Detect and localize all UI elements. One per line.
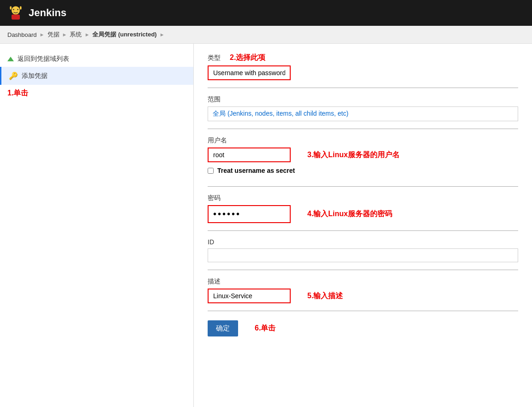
- app-title: Jenkins: [29, 7, 66, 19]
- app-header: Jenkins: [0, 0, 532, 26]
- jenkins-logo-icon: [7, 5, 24, 21]
- annotation-4: 4.输入Linux服务器的密码: [307, 209, 392, 219]
- description-section: 描述 5.输入描述: [208, 277, 518, 311]
- breadcrumb-credentials[interactable]: 凭据: [48, 30, 60, 39]
- type-header: 类型 2.选择此项: [208, 53, 518, 63]
- password-row: 4.输入Linux服务器的密码: [208, 205, 518, 223]
- svg-point-1: [13, 9, 14, 10]
- back-arrow-icon: [7, 57, 14, 61]
- add-credential-label: 添加凭据: [22, 72, 48, 80]
- svg-point-2: [17, 9, 18, 10]
- breadcrumb-sep-3: ►: [84, 32, 90, 37]
- svg-rect-4: [10, 6, 12, 10]
- id-section: ID: [208, 238, 518, 270]
- username-input[interactable]: [208, 147, 291, 162]
- description-label: 描述: [208, 277, 518, 286]
- treat-username-label: Treat username as secret: [217, 167, 295, 174]
- username-row: 3.输入Linux服务器的用户名: [208, 147, 518, 162]
- username-section: 用户名 3.输入Linux服务器的用户名 Treat username as s…: [208, 136, 518, 187]
- breadcrumb-sep-2: ►: [62, 32, 67, 37]
- scope-section: 范围 全局 (Jenkins, nodes, items, all child …: [208, 95, 518, 129]
- svg-point-0: [12, 6, 20, 15]
- annotation-3: 3.输入Linux服务器的用户名: [307, 150, 400, 160]
- breadcrumb-sep-1: ►: [40, 32, 45, 37]
- scope-label: 范围: [208, 95, 518, 104]
- treat-username-checkbox[interactable]: [208, 168, 214, 174]
- scope-value[interactable]: 全局 (Jenkins, nodes, items, all child ite…: [208, 106, 518, 121]
- description-row: 5.输入描述: [208, 289, 518, 303]
- breadcrumb-dashboard[interactable]: Dashboard: [7, 31, 37, 38]
- breadcrumb: Dashboard ► 凭据 ► 系统 ► 全局凭据 (unrestricted…: [0, 26, 532, 44]
- breadcrumb-global[interactable]: 全局凭据 (unrestricted): [92, 30, 156, 39]
- type-input[interactable]: [208, 65, 291, 80]
- id-input[interactable]: [208, 248, 518, 262]
- svg-rect-3: [12, 15, 20, 20]
- back-label: 返回到凭据域列表: [18, 55, 69, 63]
- back-to-credentials-link[interactable]: 返回到凭据域列表: [0, 51, 193, 67]
- annotation-5: 5.输入描述: [307, 291, 343, 301]
- confirm-row: 确定 6.单击: [208, 320, 518, 336]
- key-icon: 🔑: [9, 71, 18, 80]
- credential-form: 类型 2.选择此项 范围 全局 (Jenkins, nodes, items, …: [194, 44, 532, 407]
- password-input[interactable]: [208, 205, 291, 223]
- id-label: ID: [208, 238, 518, 246]
- breadcrumb-system[interactable]: 系统: [70, 30, 82, 39]
- breadcrumb-sep-4: ►: [160, 32, 165, 37]
- confirm-button[interactable]: 确定: [208, 320, 238, 336]
- annotation-2: 2.选择此项: [230, 53, 265, 63]
- type-section: 类型 2.选择此项: [208, 53, 518, 88]
- sidebar: 返回到凭据域列表 🔑 添加凭据 1.单击: [0, 44, 194, 407]
- add-credential-item[interactable]: 🔑 添加凭据: [0, 67, 193, 85]
- password-section: 密码 4.输入Linux服务器的密码: [208, 194, 518, 231]
- type-label: 类型: [208, 54, 221, 62]
- username-label: 用户名: [208, 136, 518, 145]
- main-layout: 返回到凭据域列表 🔑 添加凭据 1.单击 类型 2.选择此项 范围 全局 (Je…: [0, 44, 532, 407]
- description-input[interactable]: [208, 289, 291, 303]
- annotation-1: 1.单击: [0, 85, 193, 102]
- svg-rect-5: [20, 6, 22, 10]
- annotation-6: 6.单击: [255, 324, 275, 333]
- treat-username-row: Treat username as secret: [208, 167, 518, 174]
- password-label: 密码: [208, 194, 518, 202]
